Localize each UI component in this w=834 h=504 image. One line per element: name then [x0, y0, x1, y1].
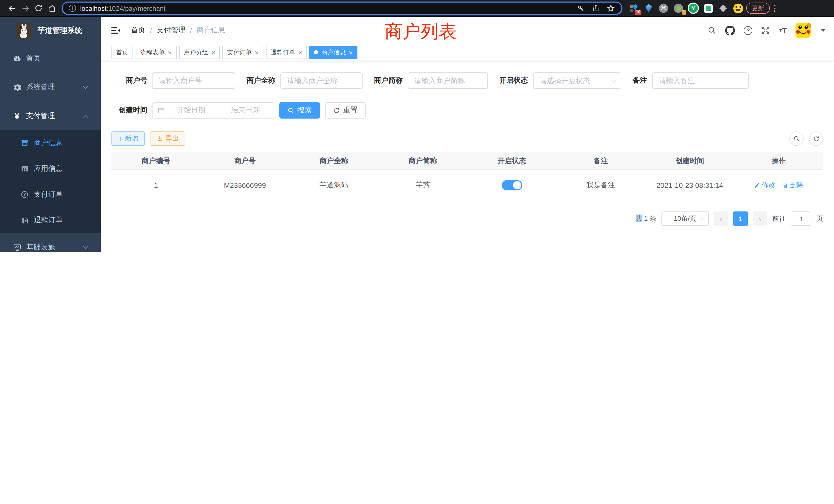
- full-name-input[interactable]: [280, 72, 363, 89]
- header-search-button[interactable]: [708, 26, 717, 35]
- site-info-icon[interactable]: i: [69, 5, 76, 12]
- font-size-button[interactable]: тT: [779, 26, 787, 35]
- status-toggle[interactable]: [502, 180, 522, 190]
- search-icon: [288, 107, 294, 114]
- hide-search-button[interactable]: [789, 131, 804, 146]
- close-icon[interactable]: ×: [299, 49, 302, 56]
- browser-menu-icon[interactable]: [772, 5, 777, 12]
- cell-full-name: 芋道源码: [289, 181, 378, 190]
- refresh-table-button[interactable]: [809, 131, 823, 146]
- status-select[interactable]: [533, 72, 621, 89]
- github-link[interactable]: [725, 25, 735, 35]
- yen-circle-icon: [21, 190, 29, 199]
- goto-page-input[interactable]: [791, 211, 811, 226]
- add-button[interactable]: + 新增: [111, 131, 145, 146]
- page-number-button[interactable]: 1: [733, 211, 748, 226]
- bookmark-star-icon[interactable]: [607, 4, 615, 13]
- address-bar[interactable]: i localhost:1024/pay/merchant: [62, 2, 622, 15]
- extension-command-icon[interactable]: ⌘: [658, 3, 668, 13]
- create-time-range-picker[interactable]: 开始日期 - 结束日期: [152, 102, 274, 118]
- github-icon: [725, 25, 735, 35]
- sidebar-item-system[interactable]: 系统管理: [0, 73, 101, 101]
- date-separator: -: [217, 106, 219, 114]
- browser-profile-avatar[interactable]: [733, 3, 743, 13]
- password-key-icon[interactable]: [577, 4, 585, 12]
- payment-submenu: 商户信息 应用信息 支付订单: [0, 130, 101, 233]
- start-date-placeholder: 开始日期: [168, 106, 214, 115]
- sidebar-item-payment[interactable]: ¥ 支付管理: [0, 101, 101, 130]
- edit-button[interactable]: 修改: [754, 181, 775, 190]
- breadcrumb-home[interactable]: 首页: [131, 26, 145, 35]
- browser-forward-button[interactable]: [19, 2, 32, 15]
- sidebar-item-merchant-info[interactable]: 商户信息: [0, 130, 101, 156]
- column-header: 操作: [734, 156, 824, 165]
- close-icon[interactable]: ×: [211, 49, 215, 56]
- column-header: 商户号: [200, 156, 290, 165]
- search-button[interactable]: 搜索: [279, 102, 320, 118]
- remark-input[interactable]: [652, 72, 749, 89]
- browser-reload-button[interactable]: [32, 2, 45, 15]
- tab-process-form[interactable]: 流程表单×: [136, 46, 176, 59]
- field-label: 商户号: [111, 76, 147, 85]
- close-icon[interactable]: ×: [255, 49, 259, 56]
- extension-gem-icon[interactable]: [643, 3, 654, 13]
- user-avatar[interactable]: [795, 23, 811, 38]
- extension-grid-diamond-icon[interactable]: 10: [629, 3, 639, 13]
- tab-refund-order[interactable]: 退款订单×: [266, 46, 307, 59]
- cell-actions: 修改 删除: [734, 181, 824, 190]
- browser-back-button[interactable]: [5, 2, 19, 15]
- breadcrumb-separator: /: [150, 26, 152, 35]
- goto-label: 前往: [772, 214, 786, 223]
- sidebar-toggle-button[interactable]: [109, 24, 123, 37]
- close-icon[interactable]: ×: [349, 49, 353, 56]
- delete-button[interactable]: 删除: [783, 181, 804, 190]
- tab-pay-order[interactable]: 支付订单×: [222, 46, 263, 59]
- app-logo[interactable]: 芋道管理系统: [0, 17, 101, 44]
- fullscreen-button[interactable]: [761, 26, 771, 35]
- table-header-row: 商户编号 商户号 商户全称 商户简称 开启状态 备注 创建时间 操作: [111, 153, 823, 170]
- navbar: 首页 / 支付管理 / 商户信息 ?: [101, 17, 834, 44]
- extension-badge: 10: [635, 10, 641, 15]
- tab-merchant-info[interactable]: 商户信息×: [309, 46, 357, 59]
- cell-create-time: 2021-10-23 08:31:14: [645, 181, 734, 189]
- main-area: 商户列表 首页 / 支付管理 / 商户信息: [101, 17, 834, 252]
- sidebar-item-home[interactable]: 首页: [0, 44, 101, 73]
- field-full-name: 商户全称: [246, 72, 363, 89]
- browser-home-button[interactable]: [45, 2, 59, 15]
- question-icon: ?: [744, 26, 753, 35]
- reset-button[interactable]: 重置: [325, 102, 366, 118]
- yen-icon: ¥: [12, 111, 22, 121]
- export-button[interactable]: 导出: [150, 131, 185, 146]
- next-page-button[interactable]: ›: [753, 211, 767, 226]
- tab-home[interactable]: 首页: [111, 46, 133, 59]
- extension-chat-icon[interactable]: [703, 3, 713, 13]
- breadcrumb-section: 支付管理: [157, 26, 185, 35]
- page-size-select[interactable]: 10条/页: [661, 211, 709, 226]
- prev-page-button[interactable]: ‹: [714, 211, 728, 226]
- fullscreen-icon: [761, 26, 771, 35]
- share-icon[interactable]: [592, 4, 600, 12]
- short-name-input[interactable]: [408, 72, 488, 89]
- refresh-icon: [813, 135, 819, 142]
- extension-proxy-icon[interactable]: 1: [673, 3, 683, 13]
- table-row: 1 M233666999 芋道源码 芋艿 我是备注 2021-10-23 08:…: [111, 170, 823, 201]
- tab-user-group[interactable]: 用户分组×: [179, 46, 220, 59]
- sidebar-item-refund-order[interactable]: 退款订单: [0, 207, 101, 233]
- sidebar-item-pay-order[interactable]: 支付订单: [0, 182, 101, 207]
- browser-update-button[interactable]: 更新: [746, 3, 770, 14]
- chevron-up-icon: [83, 115, 88, 120]
- extensions-puzzle-icon[interactable]: [718, 3, 728, 13]
- column-header: 备注: [556, 156, 645, 165]
- forward-arrow-icon: [21, 4, 29, 13]
- column-header: 商户编号: [111, 156, 200, 165]
- toolbar-right: [789, 131, 823, 146]
- merchant-no-input[interactable]: [152, 72, 235, 89]
- user-menu-caret-icon[interactable]: [821, 29, 826, 32]
- help-button[interactable]: ?: [744, 26, 753, 35]
- extension-y-icon[interactable]: Y: [688, 3, 698, 13]
- field-status: 开启状态: [499, 72, 621, 89]
- close-icon[interactable]: ×: [168, 49, 172, 56]
- sidebar-item-infrastructure[interactable]: 基础设施: [0, 233, 101, 252]
- field-merchant-no: 商户号: [111, 72, 235, 89]
- sidebar-item-app-info[interactable]: 应用信息: [0, 156, 101, 182]
